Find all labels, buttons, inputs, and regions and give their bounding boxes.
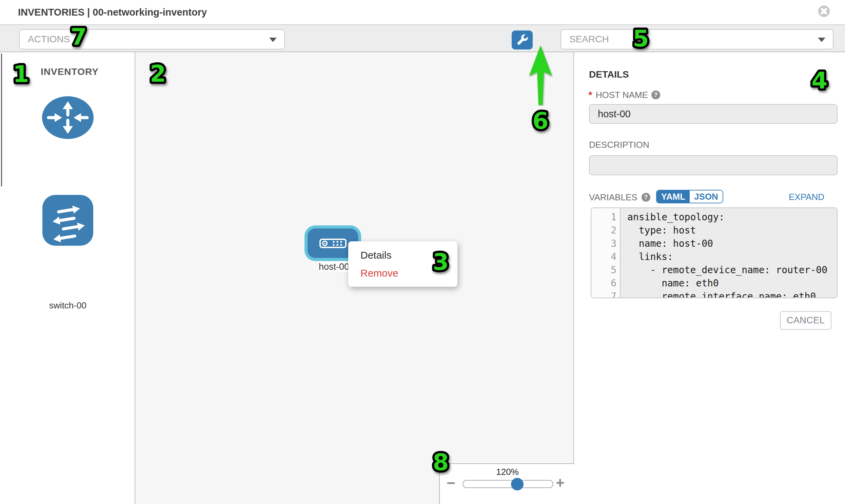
help-glyph: ? (654, 91, 658, 98)
line-number: 7 (592, 290, 620, 298)
code-content[interactable]: ansible_topology: type: host name: host-… (620, 208, 837, 298)
expand-link[interactable]: EXPAND (789, 192, 824, 202)
page-title: INVENTORIES | 00-networking-inventory (18, 0, 207, 24)
zoom-out-button[interactable]: − (446, 475, 455, 490)
host-name-label: HOST NAME (596, 90, 648, 100)
close-icon[interactable] (818, 5, 830, 17)
chevron-down-icon (818, 38, 825, 42)
inventory-heading: INVENTORY (41, 67, 99, 77)
palette-scrollbar[interactable] (1, 54, 2, 186)
description-label: DESCRIPTION (589, 140, 649, 150)
description-input[interactable] (589, 155, 838, 175)
line-number: 1 (592, 211, 620, 224)
line-number: 2 (592, 224, 620, 237)
help-glyph: ? (644, 194, 648, 201)
line-number: 3 (592, 237, 620, 250)
zoom-slider-track[interactable] (462, 480, 553, 488)
details-panel: DETAILS * HOST NAME ? DESCRIPTION VARIAB… (574, 52, 845, 504)
switch-icon (42, 195, 93, 246)
code-line: type: host (627, 224, 837, 237)
menu-item-details[interactable]: Details (348, 246, 457, 264)
actions-dropdown[interactable]: ACTIONS (19, 29, 285, 50)
variables-format-toggle: YAML JSON (656, 190, 723, 203)
toolbar: ACTIONS SEARCH (0, 24, 845, 52)
code-line: remote_interface_name: eth0 (627, 290, 837, 298)
wrench-icon (515, 33, 529, 47)
host-name-field-label-row: * HOST NAME ? (588, 89, 660, 100)
context-menu: Details Remove (348, 241, 457, 287)
code-gutter: 1 2 3 4 5 6 7 (592, 208, 620, 298)
chevron-down-icon (269, 38, 277, 42)
palette-item-label: switch-00 (31, 300, 105, 311)
code-line: links: (627, 250, 837, 263)
code-line: name: host-00 (627, 237, 837, 250)
search-dropdown-label: SEARCH (569, 34, 609, 45)
actions-dropdown-label: ACTIONS (28, 34, 70, 45)
code-line: name: eth0 (627, 276, 837, 290)
menu-item-remove[interactable]: Remove (348, 264, 457, 282)
inventory-palette: INVENTORY router-00 (0, 52, 135, 504)
toggle-yaml[interactable]: YAML (657, 191, 690, 203)
details-heading: DETAILS (589, 69, 629, 80)
help-icon[interactable]: ? (641, 193, 650, 202)
title-bar: INVENTORIES | 00-networking-inventory (0, 0, 845, 24)
host-node-label: host-00 (318, 262, 350, 272)
toolbar-tools-button[interactable] (512, 31, 533, 50)
cancel-button[interactable]: CANCEL (780, 311, 831, 330)
code-line: ansible_topology: (627, 211, 837, 224)
line-number: 5 (592, 263, 620, 276)
toggle-json[interactable]: JSON (690, 191, 723, 203)
palette-item-router[interactable] (42, 96, 94, 139)
line-number: 6 (592, 276, 620, 290)
line-number: 4 (592, 250, 620, 263)
server-icon (319, 238, 347, 249)
required-marker: * (588, 89, 592, 101)
help-icon[interactable]: ? (651, 90, 660, 99)
inventory-topology-app: INVENTORIES | 00-networking-inventory AC… (0, 0, 845, 504)
zoom-level-value: 120% (440, 467, 575, 477)
host-name-input[interactable] (589, 104, 838, 124)
zoom-slider-thumb[interactable] (511, 478, 524, 490)
code-line: - remote_device_name: router-00 (627, 263, 837, 276)
variables-label: VARIABLES (589, 192, 637, 203)
zoom-in-button[interactable]: + (556, 475, 565, 490)
palette-item-switch[interactable] (42, 195, 93, 246)
search-dropdown[interactable]: SEARCH (561, 29, 833, 50)
variables-label-row: VARIABLES ? (589, 191, 650, 204)
variables-code-editor[interactable]: 1 2 3 4 5 6 7 ansible_topology: type: ho… (591, 208, 838, 298)
router-icon (42, 96, 94, 139)
zoom-widget: 120% − + (439, 463, 575, 504)
